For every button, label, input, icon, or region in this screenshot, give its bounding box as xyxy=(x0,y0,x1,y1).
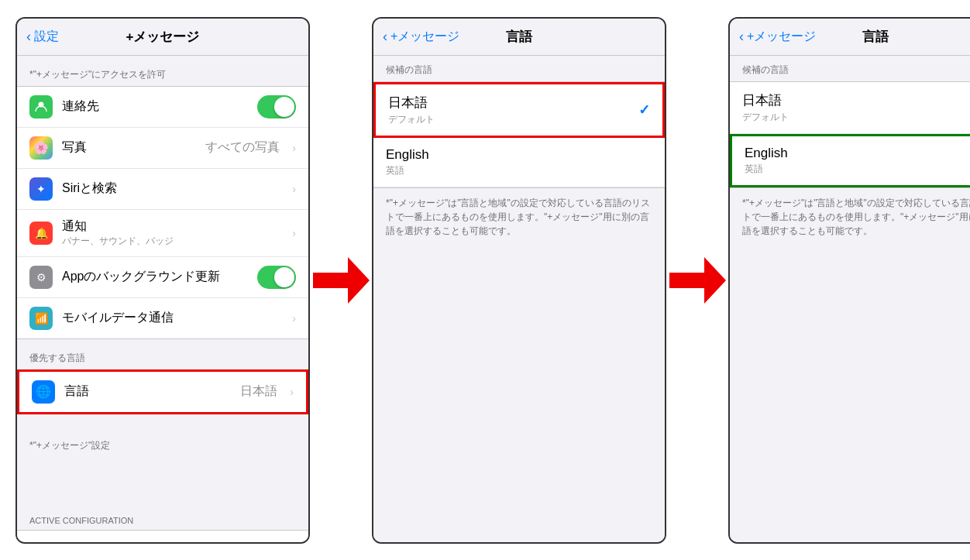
screen3-lang-group: 日本語 デフォルト English 英語 ✓ xyxy=(730,81,970,188)
arrow2-shape xyxy=(669,257,726,304)
screen3-japanese-row[interactable]: 日本語 デフォルト xyxy=(730,82,970,134)
screen3-title: 言語 xyxy=(862,28,889,46)
screen3-back-label: +メッセージ xyxy=(747,29,816,45)
screen3-japanese-inner: 日本語 デフォルト xyxy=(742,91,970,124)
photos-value: すべての写真 xyxy=(205,139,280,156)
bg-refresh-icon: ⚙ xyxy=(29,266,53,289)
notification-label: 通知 xyxy=(62,218,280,235)
screen3-english-name: English xyxy=(745,146,788,161)
screen3-content: 候補の言語 日本語 デフォルト English xyxy=(730,56,970,542)
siri-label: Siriと検索 xyxy=(62,180,280,197)
screen3-back-button[interactable]: ‹ +メッセージ xyxy=(739,29,816,45)
photos-row[interactable]: 🌸 写真 すべての写真 › xyxy=(17,128,308,169)
screen2-english-row[interactable]: English 英語 xyxy=(373,138,665,187)
screen1-title: +メッセージ xyxy=(126,28,200,46)
screen3-japanese-sub: デフォルト xyxy=(742,111,789,124)
screen3-english-info: English 英語 xyxy=(745,146,788,176)
screen2-note: *"+メッセージ"は"言語と地域"の設定で対応している言語のリストで一番上にある… xyxy=(373,188,665,246)
bg-refresh-toggle[interactable] xyxy=(257,266,296,289)
mobile-data-label: モバイルデータ通信 xyxy=(62,310,280,326)
language-chevron-icon: › xyxy=(290,386,294,398)
arrow2-head xyxy=(704,257,726,304)
screen3-note: *"+メッセージ"は"言語と地域"の設定で対応している言語のリストで一番上にある… xyxy=(730,188,970,246)
screen3-navbar: ‹ +メッセージ 言語 xyxy=(730,19,970,56)
spacer1 xyxy=(17,414,308,427)
arrow1-body xyxy=(313,273,348,288)
main-container: ‹ 設定 +メッセージ *"+メッセージ"にアクセスを許可 連絡先 xyxy=(15,15,955,545)
settings-section-label: *"+メッセージ"設定 xyxy=(17,427,308,457)
screen2-japanese-inner: 日本語 デフォルト ✓ xyxy=(376,84,662,136)
screen3-english-row[interactable]: English 英語 ✓ xyxy=(730,134,970,187)
language-icon: 🌐 xyxy=(32,380,55,404)
photos-chevron-icon: › xyxy=(292,142,296,154)
mobile-data-chevron-icon: › xyxy=(292,312,296,325)
screen2-japanese-info: 日本語 デフォルト xyxy=(388,94,435,126)
notification-sublabel: バナー、サウンド、バッジ xyxy=(62,235,280,248)
siri-icon: ✦ xyxy=(29,177,53,201)
mobile-data-icon: 📶 xyxy=(29,307,53,330)
notification-chevron-icon: › xyxy=(292,227,296,239)
siri-row[interactable]: ✦ Siriと検索 › xyxy=(17,169,308,210)
screen2-english-sub: 英語 xyxy=(386,164,429,177)
screen1-navbar: ‹ 設定 +メッセージ xyxy=(17,19,308,56)
bg-refresh-row[interactable]: ⚙ Appのバックグラウンド更新 xyxy=(17,257,308,298)
language-row[interactable]: 🌐 言語 日本語 › xyxy=(19,372,306,412)
screen1-back-button[interactable]: ‹ 設定 xyxy=(26,29,59,45)
arrow1-head xyxy=(348,257,370,304)
screen3-back-arrow-icon: ‹ xyxy=(739,29,744,45)
screen3-japanese-name: 日本語 xyxy=(742,91,789,109)
contacts-icon xyxy=(29,95,53,119)
screen3-japanese-info: 日本語 デフォルト xyxy=(742,91,789,124)
screen3: ‹ +メッセージ 言語 候補の言語 日本語 デフォルト xyxy=(728,17,970,544)
photos-icon: 🌸 xyxy=(29,136,53,160)
language-value: 日本語 xyxy=(240,383,277,400)
screen1: ‹ 設定 +メッセージ *"+メッセージ"にアクセスを許可 連絡先 xyxy=(15,17,310,544)
arrow1 xyxy=(318,257,364,304)
bg-refresh-label: Appのバックグラウンド更新 xyxy=(62,269,248,285)
access-settings-group: 連絡先 🌸 写真 すべての写真 › ✦ Siriと検索 › xyxy=(17,86,308,339)
screen2-japanese-sub: デフォルト xyxy=(388,113,435,126)
screen2-lang-group: 日本語 デフォルト ✓ English 英語 xyxy=(373,81,665,188)
screen3-candidates-label: 候補の言語 xyxy=(730,56,970,81)
active-config-label: ACTIVE CONFIGURATION xyxy=(17,503,308,530)
siri-chevron-icon: › xyxy=(292,183,296,195)
screen2-english-info: English 英語 xyxy=(386,147,429,177)
screen3-english-inner: English 英語 ✓ xyxy=(732,136,970,185)
language-group: 🌐 言語 日本語 › xyxy=(17,369,308,414)
contacts-row[interactable]: 連絡先 xyxy=(17,87,308,128)
screen2-title: 言語 xyxy=(506,28,532,46)
screen1-back-label: 設定 xyxy=(34,29,59,45)
photos-label: 写真 xyxy=(62,139,196,156)
contacts-toggle[interactable] xyxy=(257,95,296,119)
screen1-content: *"+メッセージ"にアクセスを許可 連絡先 🌸 写真 xyxy=(17,56,308,542)
notification-row[interactable]: 🔔 通知 バナー、サウンド、バッジ › xyxy=(17,210,308,257)
screen2: ‹ +メッセージ 言語 候補の言語 日本語 デフォルト ✓ xyxy=(372,17,666,544)
config-group: Configuration › xyxy=(17,530,308,542)
arrow2 xyxy=(674,257,721,304)
screen2-english-name: English xyxy=(386,147,429,163)
contacts-label: 連絡先 xyxy=(62,98,248,115)
screen2-candidates-label: 候補の言語 xyxy=(373,56,665,81)
mobile-data-row[interactable]: 📶 モバイルデータ通信 › xyxy=(17,298,308,338)
arrow1-shape xyxy=(313,257,370,304)
notification-label-group: 通知 バナー、サウンド、バッジ xyxy=(62,218,280,248)
screen2-english-inner: English 英語 xyxy=(386,147,652,177)
screen2-japanese-name: 日本語 xyxy=(388,94,435,112)
screen3-english-sub: 英語 xyxy=(745,163,788,176)
notification-icon: 🔔 xyxy=(29,222,53,245)
config-row[interactable]: Configuration › xyxy=(17,531,308,542)
screen2-japanese-check: ✓ xyxy=(638,101,650,119)
access-section-label: *"+メッセージ"にアクセスを許可 xyxy=(17,56,308,86)
screen2-back-arrow-icon: ‹ xyxy=(383,29,387,45)
screen2-back-label: +メッセージ xyxy=(390,29,459,45)
screen2-navbar: ‹ +メッセージ 言語 xyxy=(373,19,665,56)
back-arrow-icon: ‹ xyxy=(26,29,31,45)
lang-section-label: 優先する言語 xyxy=(17,339,308,369)
screen2-back-button[interactable]: ‹ +メッセージ xyxy=(383,29,459,45)
screen2-content: 候補の言語 日本語 デフォルト ✓ Engl xyxy=(373,56,665,542)
spacer2 xyxy=(17,457,308,503)
arrow2-body xyxy=(669,273,704,288)
screen2-japanese-row[interactable]: 日本語 デフォルト ✓ xyxy=(373,82,665,138)
language-label: 言語 xyxy=(64,383,231,400)
